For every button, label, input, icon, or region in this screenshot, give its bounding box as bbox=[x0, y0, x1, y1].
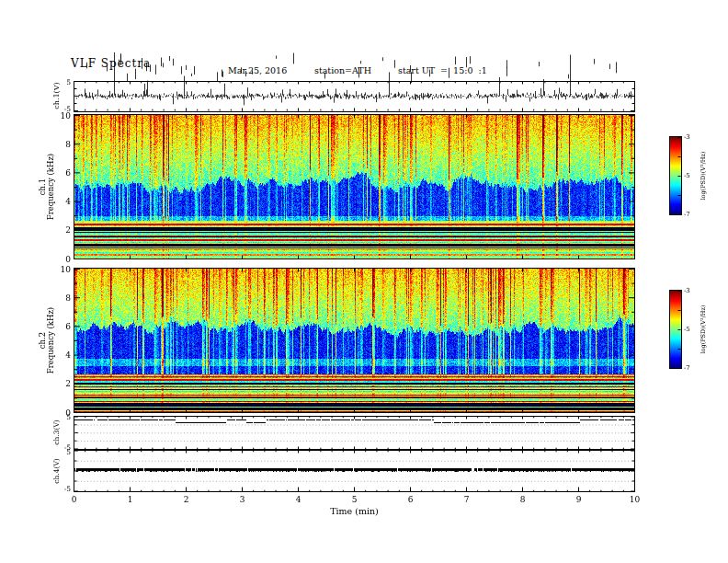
y-tick-label: 2 bbox=[54, 379, 71, 388]
x-tick-label: 3 bbox=[233, 495, 252, 504]
y-tick-label: 5 bbox=[54, 78, 71, 86]
colorbar-tick-label: -3 bbox=[684, 133, 690, 141]
y-tick-label: 2 bbox=[54, 225, 71, 235]
y-tick-label: -5 bbox=[54, 485, 71, 493]
x-tick-label: 10 bbox=[626, 495, 644, 504]
y-tick-label: 6 bbox=[54, 168, 71, 178]
x-tick-label: 8 bbox=[514, 495, 532, 504]
y-tick-label: -5 bbox=[54, 105, 71, 113]
ch3-voltage-axis-label: ch.3(V) bbox=[52, 419, 61, 444]
colorbar-tick-label: -5 bbox=[684, 172, 690, 179]
x-tick-label: 4 bbox=[290, 495, 308, 504]
y-tick-label: 5 bbox=[54, 448, 71, 456]
x-tick-label: 2 bbox=[177, 495, 196, 504]
x-tick-label: 0 bbox=[65, 495, 84, 504]
y-tick-label: 5 bbox=[54, 413, 71, 421]
x-tick-label: 1 bbox=[121, 495, 140, 504]
colorbar2-axis-label: log(PSD)(V²/Hz) bbox=[700, 305, 707, 354]
x-tick-label: 7 bbox=[458, 495, 476, 504]
x-tick-label: 5 bbox=[346, 495, 364, 504]
colorbar1-axis-label: log(PSD)(V²/Hz) bbox=[700, 152, 707, 201]
colorbar-tick-label: -3 bbox=[684, 287, 690, 294]
ch2-frequency-axis-label: Frequency (kHz) bbox=[47, 307, 55, 373]
vlf-spectra-quicklook-plot: VLF Spectra Mar.25, 2016 station=ATH sta… bbox=[0, 0, 728, 563]
ch2-spectrogram-axis-label: ch.2 Frequency (kHz) bbox=[39, 307, 55, 373]
x-axis-label: Time (min) bbox=[74, 506, 635, 516]
x-tick-label: 9 bbox=[570, 495, 588, 504]
colorbar-tick-label: -7 bbox=[684, 211, 690, 218]
colorbar-tick-label: -7 bbox=[684, 364, 690, 372]
ch1-spectrogram-axis-label: ch.1 Frequency (kHz) bbox=[39, 154, 55, 220]
y-tick-label: 8 bbox=[54, 293, 71, 303]
colorbar-tick-label: -5 bbox=[684, 326, 690, 333]
y-tick-label: 8 bbox=[54, 140, 71, 149]
y-tick-label: 0 bbox=[54, 255, 71, 264]
ch1-frequency-axis-label: Frequency (kHz) bbox=[47, 154, 55, 220]
ch4-voltage-axis-label: ch.4(V) bbox=[52, 458, 61, 483]
y-tick-label: 4 bbox=[54, 197, 71, 206]
y-tick-label: 10 bbox=[54, 265, 71, 274]
y-tick-label: 4 bbox=[54, 350, 71, 360]
x-tick-label: 6 bbox=[402, 495, 420, 504]
axes-ticks-overlay bbox=[0, 0, 728, 563]
y-tick-label: 6 bbox=[54, 322, 71, 331]
